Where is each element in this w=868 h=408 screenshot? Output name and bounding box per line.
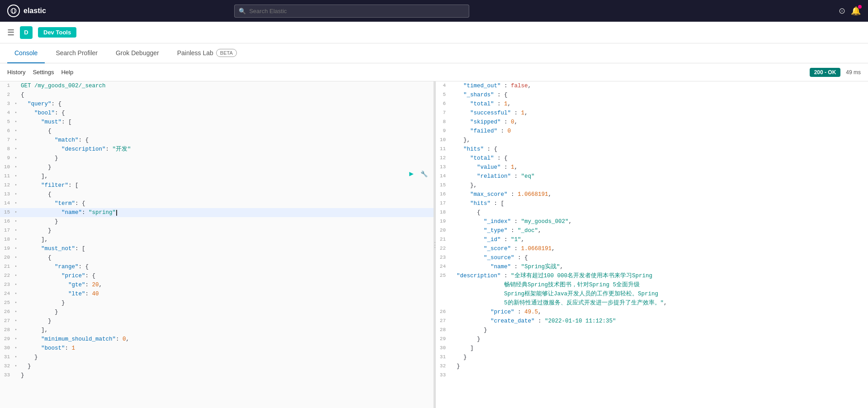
elastic-brand-label: elastic [24,7,46,15]
code-line-5: 5 • "must": [ [0,118,434,127]
tab-bar: Console Search Profiler Grok Debugger Pa… [0,43,868,63]
search-wrap: 🔍 [234,5,469,18]
code-line-20: 20 • { [0,253,434,262]
copy-icon[interactable]: 🔧 [419,170,429,180]
code-line-1: 1 GET /my_goods_002/_search [0,81,434,90]
r-code-line-32: 32 } [436,362,868,371]
code-line-3: 3 • "query": { [0,100,434,109]
tab-grok-debugger[interactable]: Grok Debugger [108,43,166,63]
svg-point-1 [12,8,15,13]
code-line-29: 29 • "minimum_should_match": 0, [0,335,434,344]
help-link[interactable]: Help [61,67,73,77]
code-line-26: 26 • } [0,308,434,317]
r-code-line-6: 6 "total" : 1, [436,100,868,109]
global-search-input[interactable] [234,5,469,18]
user-avatar[interactable]: D [20,26,33,39]
r-code-line-27: 27 "create_date" : "2022-01-10 11:12:35" [436,317,868,326]
r-code-line-30: 30 ] [436,344,868,353]
code-line-10: 10 • } [0,163,434,172]
code-line-14: 14 • "term": { [0,199,434,208]
code-line-13: 13 • { [0,190,434,199]
code-line-24: 24 • "lte": 40 [0,289,434,299]
settings-link[interactable]: Settings [33,67,54,77]
r-code-line-23: 23 "_source" : { [436,253,868,262]
run-button[interactable]: ▶ [406,170,416,180]
r-code-line-16: 16 "max_score" : 1.0668191, [436,190,868,199]
code-line-21: 21 • "range": { [0,262,434,271]
r-code-line-14: 14 "relation" : "eq" [436,172,868,181]
r-code-line-5: 5 "_shards" : { [436,90,868,100]
r-code-line-13: 13 "value" : 1, [436,163,868,172]
r-code-line-19: 19 "_index" : "my_goods_002", [436,217,868,226]
tab-painless-lab[interactable]: Painless Lab BETA [170,43,244,63]
r-code-line-15: 15 }, [436,181,868,190]
r-code-line-26: 26 "price" : 49.5, [436,308,868,317]
r-code-line-33: 33 [436,371,868,380]
top-bar: elastic 🔍 ⊙ 🔔 [0,0,868,22]
history-link[interactable]: History [7,67,25,77]
code-line-19: 19 • "must_not": [ [0,244,434,253]
elastic-logo[interactable]: elastic [7,5,46,17]
r-code-line-20: 20 "_type" : "_doc", [436,226,868,235]
r-code-line-9: 9 "failed" : 0 [436,127,868,136]
top-bar-right: ⊙ 🔔 [839,6,861,16]
notification-icon[interactable]: 🔔 [851,6,861,16]
code-line-4: 4 • "bool": { [0,109,434,118]
code-line-18: 18 • ], [0,235,434,244]
code-line-16: 16 • } [0,217,434,226]
dev-tools-badge[interactable]: Dev Tools [38,27,76,38]
r-code-line-18: 18 { [436,208,868,217]
editor-area: ▶ 🔧 1 GET /my_goods_002/_search 2 { 3 • … [0,81,868,408]
r-code-line-7: 7 "successful" : 1, [436,109,868,118]
search-bar-container: 🔍 [234,5,469,18]
code-line-6: 6 • { [0,127,434,136]
code-line-23: 23 • "gte": 20, [0,280,434,289]
code-line-7: 7 • "match": { [0,136,434,145]
status-badge: 200 - OK [810,68,841,77]
code-line-9: 9 • } [0,154,434,163]
response-time: 49 ms [846,69,861,76]
r-code-line-31: 31 } [436,353,868,362]
r-code-line-8: 8 "skipped" : 0, [436,118,868,127]
notification-badge [858,5,862,9]
code-line-33: 33 } [0,371,434,380]
code-line-8: 8 • "description": "开发" [0,145,434,154]
r-code-line-17: 17 "hits" : [ [436,199,868,208]
r-code-line-25: 25 "description" : "全球有超过100 000名开发者使用本书… [436,271,868,308]
code-line-30: 30 • "boost": 1 [0,344,434,353]
code-line-28: 28 • ], [0,326,434,335]
r-code-line-4: 4 "timed_out" : false, [436,81,868,90]
r-code-line-22: 22 "_score" : 1.0668191, [436,244,868,253]
svg-point-0 [11,8,16,13]
r-code-line-24: 24 "name" : "Spring实战", [436,262,868,271]
beta-badge: BETA [216,49,237,57]
code-line-15: 15 • "name": "spring" [0,208,434,217]
code-line-2: 2 { [0,90,434,100]
hamburger-menu[interactable]: ☰ [7,28,14,38]
code-line-12: 12 • "filter": [ [0,181,434,190]
line-actions: ▶ 🔧 [406,170,429,180]
r-code-line-21: 21 "_id" : "1", [436,235,868,244]
code-line-32: 32 • } [0,362,434,371]
left-editor-panel[interactable]: ▶ 🔧 1 GET /my_goods_002/_search 2 { 3 • … [0,81,434,408]
tab-console[interactable]: Console [7,43,45,63]
code-line-22: 22 • "price": { [0,271,434,280]
elastic-logo-icon [7,5,20,17]
r-code-line-12: 12 "total" : { [436,154,868,163]
code-line-17: 17 • } [0,226,434,235]
code-line-27: 27 • } [0,317,434,326]
tab-search-profiler[interactable]: Search Profiler [48,43,105,63]
panel-divider[interactable] [434,81,436,408]
code-line-31: 31 • } [0,353,434,362]
code-line-25: 25 • } [0,299,434,308]
second-bar: ☰ D Dev Tools [0,22,868,43]
r-code-line-28: 28 } [436,326,868,335]
action-bar: History Settings Help 200 - OK 49 ms [0,63,868,81]
help-icon[interactable]: ⊙ [839,6,845,16]
code-line-11: 11 • ], [0,172,434,181]
r-code-line-11: 11 "hits" : { [436,145,868,154]
r-code-line-10: 10 }, [436,136,868,145]
right-output-panel: 4 "timed_out" : false, 5 "_shards" : { 6… [436,81,868,408]
r-code-line-29: 29 } [436,335,868,344]
